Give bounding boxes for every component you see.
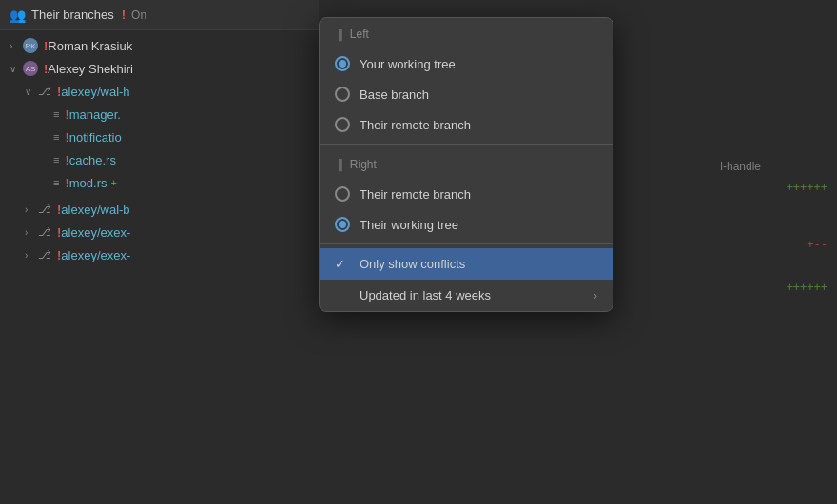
list-item[interactable]: ∨ AS ! Alexey Shekhiri xyxy=(0,57,319,80)
item-label: mod.rs xyxy=(69,176,107,190)
radio-circle xyxy=(335,117,350,132)
branch-icon: ⎇ xyxy=(38,203,51,216)
item-label: alexey/wal-b xyxy=(61,203,129,217)
expand-arrow: ∨ xyxy=(25,87,38,97)
list-item[interactable]: ∨ ⎇ ! alexey/wal-h xyxy=(0,80,319,103)
radio-label: Their remote branch xyxy=(360,187,471,202)
branch-icon: ⎇ xyxy=(38,248,51,262)
avatar: RK xyxy=(23,38,38,53)
dropdown-popup: ▐ Left Your working tree Base branch The… xyxy=(319,17,613,312)
section-separator-2 xyxy=(320,243,613,244)
list-item[interactable]: ≡ ! notificatio xyxy=(0,126,319,148)
expand-arrow: › xyxy=(25,204,38,215)
file-icon: ≡ xyxy=(53,154,59,165)
item-label: Roman Krasiuk xyxy=(48,39,132,53)
list-item[interactable]: › ⎇ ! alexey/exex- xyxy=(0,221,319,243)
divider-icon: ▐ xyxy=(335,159,342,170)
file-icon: ≡ xyxy=(53,108,59,120)
list-item[interactable]: › ⎇ ! alexey/exex- xyxy=(0,243,319,266)
radio-label: Their remote branch xyxy=(360,118,471,132)
left-section-label: Left xyxy=(350,28,369,41)
expand-arrow: › xyxy=(25,227,38,238)
conflict-marker: ! xyxy=(122,8,126,22)
expand-arrow: › xyxy=(25,250,38,261)
file-icon: ≡ xyxy=(53,131,59,143)
divider-icon: ▐ xyxy=(335,29,342,40)
diff-handle-label: l-handle xyxy=(720,160,761,173)
radio-their-remote-branch-left[interactable]: Their remote branch xyxy=(320,109,613,140)
right-section-header: ▐ Right xyxy=(320,148,613,179)
left-section-header: ▐ Left xyxy=(320,18,613,48)
avatar: AS xyxy=(23,61,38,76)
list-item[interactable]: ≡ ! manager. xyxy=(0,103,319,126)
item-label: alexey/exex- xyxy=(61,225,130,240)
only-show-conflicts-item[interactable]: ✓ Only show conflicts xyxy=(320,248,613,280)
updated-label: Updated in last 4 weeks xyxy=(360,288,584,302)
updated-in-last-4-weeks-item[interactable]: Updated in last 4 weeks › xyxy=(320,280,613,311)
list-item[interactable]: › RK ! Roman Krasiuk xyxy=(0,34,319,57)
diff-additions-2: ++++++ xyxy=(787,281,827,294)
list-item[interactable]: ≡ ! mod.rs + xyxy=(0,171,319,194)
checkmark-icon: ✓ xyxy=(335,257,350,271)
branch-icon: ⎇ xyxy=(38,85,51,98)
radio-label: Their working tree xyxy=(360,218,458,232)
item-label: cache.rs xyxy=(69,153,116,167)
file-icon: ≡ xyxy=(53,177,59,188)
only-show-conflicts-label: Only show conflicts xyxy=(360,257,597,271)
radio-circle xyxy=(335,56,350,71)
item-label: manager. xyxy=(69,107,121,122)
branches-icon: 👥 xyxy=(10,8,26,23)
submenu-arrow-icon: › xyxy=(594,289,597,302)
header-title: Their branches xyxy=(31,8,114,22)
diff-additions-1: ++++++ xyxy=(787,181,827,194)
file-suffix: + xyxy=(111,177,117,188)
diff-deletions: +-- xyxy=(807,238,827,251)
list-item[interactable]: › ⎇ ! alexey/wal-b xyxy=(0,198,319,221)
right-section-label: Right xyxy=(350,158,377,171)
radio-their-remote-branch-right[interactable]: Their remote branch xyxy=(320,179,613,209)
item-label: Alexey Shekhiri xyxy=(48,62,133,76)
radio-circle xyxy=(335,186,350,202)
tree-panel: 👥 Their branches ! On › RK ! Roman Krasi… xyxy=(0,0,319,504)
section-separator xyxy=(320,144,613,145)
expand-arrow: ∨ xyxy=(10,64,23,74)
item-label: alexey/exex- xyxy=(61,248,130,262)
expand-arrow: › xyxy=(10,41,23,51)
tree-content: › RK ! Roman Krasiuk ∨ AS ! Alexey Shekh… xyxy=(0,30,319,270)
radio-label: Base branch xyxy=(360,87,429,102)
radio-their-working-tree[interactable]: Their working tree xyxy=(320,209,613,240)
radio-label: Your working tree xyxy=(360,57,456,71)
radio-circle xyxy=(335,217,350,232)
branch-icon: ⎇ xyxy=(38,225,51,239)
item-label: alexey/wal-h xyxy=(61,85,129,99)
radio-your-working-tree[interactable]: Your working tree xyxy=(320,48,613,79)
tree-header[interactable]: 👥 Their branches ! On xyxy=(0,0,319,30)
item-label: notificatio xyxy=(69,130,122,145)
radio-circle xyxy=(335,87,350,102)
header-suffix: On xyxy=(131,9,146,22)
radio-base-branch[interactable]: Base branch xyxy=(320,79,613,109)
list-item[interactable]: ≡ ! cache.rs xyxy=(0,148,319,171)
